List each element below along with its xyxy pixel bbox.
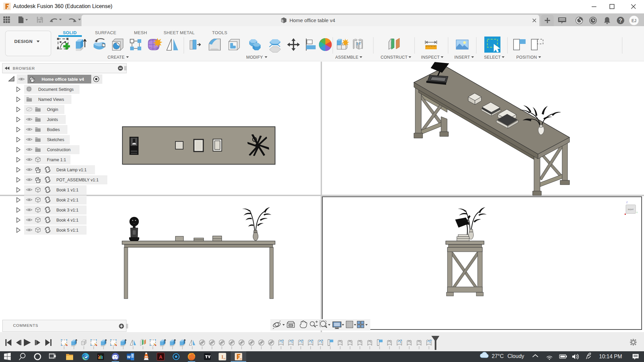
svg-text:SURFACE: SURFACE bbox=[95, 30, 116, 35]
svg-text:Frame 1:1: Frame 1:1 bbox=[47, 158, 66, 162]
svg-text:Bodies: Bodies bbox=[47, 127, 60, 132]
svg-text:I: I bbox=[221, 355, 223, 360]
svg-text:360: 360 bbox=[239, 358, 242, 360]
svg-text:Origin: Origin bbox=[47, 107, 58, 112]
svg-text:INSERT: INSERT bbox=[454, 55, 470, 60]
svg-text:W: W bbox=[127, 355, 131, 359]
svg-text:Book 5 v1:1: Book 5 v1:1 bbox=[56, 228, 78, 233]
svg-text:PB: PB bbox=[223, 358, 225, 360]
svg-text:Z: Z bbox=[626, 201, 628, 203]
svg-text:?: ? bbox=[619, 18, 622, 23]
svg-text:Home office table v4: Home office table v4 bbox=[42, 77, 84, 82]
svg-text:POT_ASSEMBLY v1:1: POT_ASSEMBLY v1:1 bbox=[56, 178, 99, 182]
svg-text:MESH: MESH bbox=[134, 30, 147, 35]
svg-text:DESIGN: DESIGN bbox=[14, 39, 33, 44]
svg-text:POSITION: POSITION bbox=[516, 55, 537, 60]
svg-text:SELECT: SELECT bbox=[484, 55, 501, 60]
svg-text:Cloudy: Cloudy bbox=[507, 353, 524, 359]
svg-text:Joints: Joints bbox=[47, 117, 58, 122]
svg-text:Sketches: Sketches bbox=[47, 137, 64, 142]
svg-text:TOOLS: TOOLS bbox=[212, 30, 227, 35]
svg-text:Book 1 v1:1: Book 1 v1:1 bbox=[56, 188, 78, 192]
svg-text:Book 3 v1:1: Book 3 v1:1 bbox=[56, 208, 78, 213]
svg-text:Document Settings: Document Settings bbox=[38, 87, 74, 92]
svg-text:SHEET METAL: SHEET METAL bbox=[164, 30, 195, 35]
svg-text:Desk Lamp v1:1: Desk Lamp v1:1 bbox=[56, 168, 87, 172]
svg-text:INSPECT: INSPECT bbox=[421, 55, 440, 60]
svg-text:EJ: EJ bbox=[632, 18, 637, 23]
svg-text:BROWSER: BROWSER bbox=[13, 66, 35, 70]
svg-text:Named Views: Named Views bbox=[38, 97, 64, 102]
svg-text:Book 4 v1:1: Book 4 v1:1 bbox=[56, 218, 78, 223]
svg-text:27°C: 27°C bbox=[492, 353, 504, 359]
svg-text:CONSTRUCT: CONSTRUCT bbox=[381, 55, 408, 60]
svg-text:A: A bbox=[159, 354, 162, 360]
svg-text:MODIFY: MODIFY bbox=[246, 55, 263, 60]
svg-text:Construction: Construction bbox=[47, 147, 70, 152]
svg-text:Y: Y bbox=[636, 212, 638, 214]
svg-text:CREATE: CREATE bbox=[108, 55, 125, 60]
svg-text:10:14 PM: 10:14 PM bbox=[599, 354, 622, 359]
svg-text:SOLID: SOLID bbox=[63, 30, 76, 35]
svg-text:ASSEMBLE: ASSEMBLE bbox=[335, 55, 359, 60]
svg-text:RIGHT: RIGHT bbox=[628, 208, 634, 210]
svg-text:Book 2 v1:1: Book 2 v1:1 bbox=[56, 198, 78, 202]
